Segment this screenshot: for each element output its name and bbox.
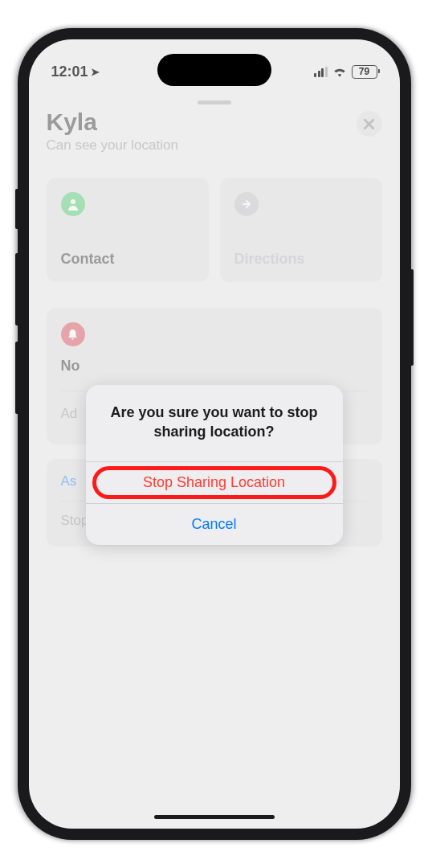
phone-frame: 12:01 ➤ 79 Kyla Can see your location bbox=[18, 28, 411, 840]
screen: 12:01 ➤ 79 Kyla Can see your location bbox=[29, 39, 400, 829]
sheet-header: Kyla Can see your location bbox=[47, 108, 382, 154]
status-right: 79 bbox=[314, 65, 377, 79]
location-status: Can see your location bbox=[47, 137, 178, 154]
stop-sharing-button[interactable]: Stop Sharing Location bbox=[86, 461, 343, 503]
bell-icon bbox=[61, 322, 85, 346]
location-services-icon: ➤ bbox=[91, 66, 100, 78]
wifi-icon bbox=[332, 66, 347, 77]
close-icon bbox=[364, 119, 374, 129]
contact-icon bbox=[61, 192, 85, 216]
battery-level: 79 bbox=[359, 66, 369, 77]
stop-sharing-label: Stop Sharing Location bbox=[143, 474, 285, 490]
contact-name: Kyla bbox=[47, 108, 178, 136]
status-time: 12:01 ➤ bbox=[51, 63, 100, 80]
svg-point-0 bbox=[71, 199, 75, 204]
confirmation-alert: Are you sure you want to stop sharing lo… bbox=[86, 385, 343, 545]
directions-card[interactable]: Directions bbox=[220, 178, 382, 282]
home-indicator[interactable] bbox=[154, 815, 275, 819]
dynamic-island bbox=[157, 54, 271, 86]
sheet-handle[interactable] bbox=[198, 100, 231, 104]
cancel-button[interactable]: Cancel bbox=[86, 503, 343, 545]
close-button[interactable] bbox=[357, 111, 382, 137]
directions-icon bbox=[234, 192, 259, 216]
notifications-title: No bbox=[61, 358, 368, 375]
directions-label: Directions bbox=[234, 251, 368, 268]
time-label: 12:01 bbox=[51, 63, 88, 80]
contact-card[interactable]: Contact bbox=[47, 178, 209, 282]
action-row: Contact Directions bbox=[47, 178, 382, 282]
battery-icon: 79 bbox=[352, 65, 377, 79]
alert-message: Are you sure you want to stop sharing lo… bbox=[86, 385, 343, 461]
signal-icon bbox=[314, 67, 328, 77]
contact-label: Contact bbox=[61, 251, 194, 268]
power-button bbox=[411, 269, 414, 366]
